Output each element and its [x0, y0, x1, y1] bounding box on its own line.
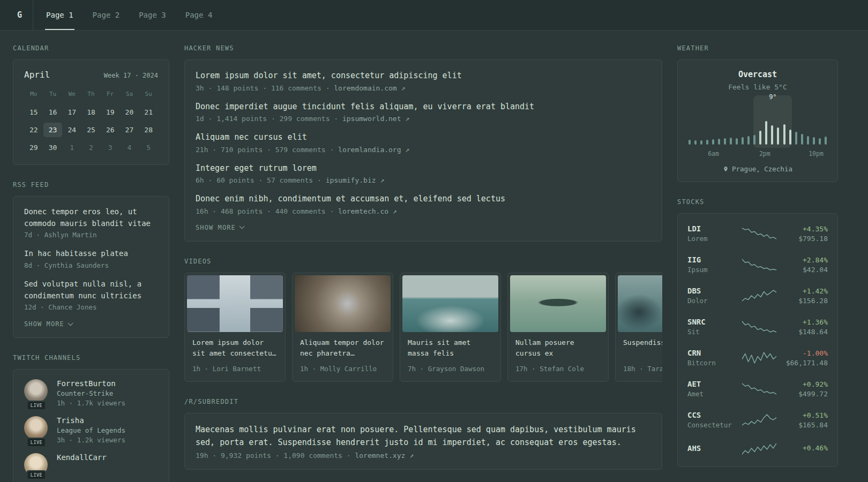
axis-label: 10pm [809, 150, 824, 157]
hn-domain-link[interactable]: ipsumify.biz ↗ [326, 176, 385, 184]
video-meta: 1h · Lori Barnett [192, 359, 278, 373]
subreddit-section-title: /R/SUBREDDIT [184, 398, 662, 405]
channel-game: League of Legends [57, 426, 125, 434]
rss-show-more-button[interactable]: SHOW MORE [24, 320, 72, 328]
tab-page-1[interactable]: Page 1 [36, 0, 83, 30]
rss-item-link[interactable]: Sed volutpat nulla nisl, a condimentum n… [24, 278, 158, 302]
hn-item: Aliquam nec cursus elit 21h · 710 points… [196, 131, 651, 154]
stock-row[interactable]: CCSConsectetur +0.51%$165.84 [687, 404, 828, 435]
dow-label: Th [81, 88, 101, 102]
hn-domain-link[interactable]: ipsumworld.net ↗ [342, 115, 409, 123]
video-thumbnail[interactable] [187, 275, 283, 332]
weather-section-title: WEATHER [677, 44, 838, 52]
calendar-card: April Week 17 · 2024 Mo Tu We Th Fr Sa S… [13, 59, 169, 165]
calendar-date-next-month: 2 [81, 140, 101, 155]
hn-item-link[interactable]: Donec imperdiet augue tincidunt felis al… [196, 101, 651, 113]
hn-item-link[interactable]: Lorem ipsum dolor sit amet, consectetur … [196, 70, 651, 82]
rss-card: Donec tempor eros leo, ut commodo mauris… [13, 196, 169, 338]
twitch-channel[interactable]: LIVE ForrestBurton Counter-Strike 1h · 1… [24, 379, 158, 407]
calendar-month: April [24, 70, 50, 80]
calendar-date: 26 [101, 123, 120, 137]
tab-page-3[interactable]: Page 3 [129, 0, 176, 30]
channel-meta: 1h · 1.7k viewers [57, 399, 125, 407]
stock-name: Lorem [687, 235, 736, 243]
video-title-link[interactable]: Lorem ipsum dolor sit amet consectetu… [192, 337, 278, 359]
subreddit-domain-link[interactable]: loremnet.xyz ↗ [355, 451, 414, 460]
hn-item-link[interactable]: Aliquam nec cursus elit [196, 131, 651, 144]
calendar-date-next-month: 3 [101, 140, 120, 155]
stock-change: +2.84% [783, 256, 828, 264]
stock-sparkline [742, 258, 776, 272]
subreddit-post: Maecenas mollis pulvinar erat non posuer… [196, 423, 651, 460]
video-title-link[interactable]: Suspendisse diam [623, 337, 662, 359]
stock-symbol-link[interactable]: CRN [687, 349, 736, 357]
rss-item: Sed volutpat nulla nisl, a condimentum n… [24, 278, 158, 311]
hacker-news-section-title: HACKER NEWS [184, 44, 662, 52]
video-meta: 18h · Tara [623, 359, 662, 373]
hn-item-link[interactable]: Donec enim nibh, condimentum et accumsan… [196, 193, 651, 205]
stock-symbol-link[interactable]: IIG [687, 255, 736, 264]
external-link-icon: ↗ [405, 115, 409, 123]
rss-item-link[interactable]: In hac habitasse platea [24, 248, 158, 260]
stock-name: Ipsum [687, 266, 736, 274]
app-logo[interactable]: G [13, 0, 33, 30]
external-link-icon: ↗ [393, 207, 397, 215]
hn-domain-link[interactable]: loremlandia.org ↗ [338, 146, 409, 154]
video-thumbnail[interactable] [618, 275, 662, 332]
hn-domain-link[interactable]: loremdomain.com ↗ [334, 84, 405, 92]
video-thumbnail[interactable] [295, 275, 391, 332]
video-thumbnail[interactable] [510, 275, 606, 332]
tab-page-4[interactable]: Page 4 [176, 0, 222, 30]
twitch-channel[interactable]: LIVE Trisha League of Legends 3h · 1.2k … [24, 416, 158, 444]
calendar-date: 25 [81, 123, 101, 137]
stock-symbol-link[interactable]: AHS [687, 444, 736, 453]
stock-symbol-link[interactable]: AET [687, 380, 736, 388]
stock-price: $66,171.48 [783, 359, 828, 367]
video-card: Mauris sit amet massa felis 7h · Grayson… [400, 273, 501, 382]
channel-name-link[interactable]: Trisha [57, 416, 125, 425]
dow-label: Su [139, 88, 158, 102]
stock-row[interactable]: IIGIpsum +2.84%$42.04 [687, 249, 828, 280]
hacker-news-card: Lorem ipsum dolor sit amet, consectetur … [184, 59, 662, 242]
stock-row[interactable]: LDILorem +4.35%$795.18 [687, 218, 828, 249]
video-title-link[interactable]: Aliquam tempor dolor nec pharetra… [300, 337, 385, 359]
hn-show-more-button[interactable]: SHOW MORE [196, 224, 244, 231]
calendar-date: 16 [43, 105, 63, 119]
calendar-date: 15 [24, 105, 43, 119]
weather-hourly-chart: 9° [689, 103, 827, 145]
stock-row[interactable]: DBSDolor +1.42%$156.28 [687, 280, 828, 311]
hn-item-meta: 16h · 468 points · 440 comments · [196, 207, 338, 215]
tab-page-2[interactable]: Page 2 [83, 0, 130, 30]
stock-symbol-link[interactable]: SNRC [687, 318, 736, 326]
weather-feels-like: Feels like 5°C [686, 83, 829, 91]
weather-axis: 6am 2pm 10pm [686, 150, 829, 159]
stock-change: +0.92% [783, 380, 828, 388]
video-thumbnail[interactable] [402, 275, 498, 332]
stock-row[interactable]: AETAmet +0.92%$499.72 [687, 373, 828, 404]
channel-name-link[interactable]: KendallCarr [57, 453, 107, 462]
twitch-channel[interactable]: LIVE KendallCarr [24, 453, 158, 477]
rss-item-meta: 7d · Ashlyn Martin [24, 231, 158, 239]
hn-domain-link[interactable]: loremtech.co ↗ [338, 207, 397, 215]
avatar [24, 416, 48, 440]
calendar-date: 17 [62, 105, 81, 119]
stock-symbol-link[interactable]: CCS [687, 411, 736, 419]
stock-row[interactable]: CRNBitcorn -1.00%$66,171.48 [687, 342, 828, 373]
stock-row[interactable]: AHS +0.46% [687, 435, 828, 462]
right-column: WEATHER Overcast Feels like 5°C 9° 6am 2… [677, 44, 838, 482]
video-title-link[interactable]: Mauris sit amet massa felis [408, 337, 493, 359]
avatar-wrap: LIVE [24, 453, 49, 477]
channel-meta: 3h · 1.2k viewers [57, 436, 125, 444]
stock-symbol-link[interactable]: DBS [687, 287, 736, 295]
calendar-date: 20 [120, 105, 139, 119]
stock-symbol-link[interactable]: LDI [687, 224, 736, 233]
channel-name-link[interactable]: ForrestBurton [57, 379, 125, 388]
stock-row[interactable]: SNRCSit +1.36%$148.64 [687, 311, 828, 342]
video-title-link[interactable]: Nullam posuere cursus ex [515, 337, 601, 359]
hn-item-meta: 1d · 1,414 points · 299 comments · [196, 115, 342, 123]
hn-item-link[interactable]: Integer eget rutrum lorem [196, 162, 651, 175]
show-more-label: SHOW MORE [24, 320, 64, 328]
subreddit-post-link[interactable]: Maecenas mollis pulvinar erat non posuer… [196, 423, 651, 450]
rss-item-link[interactable]: Donec tempor eros leo, ut commodo mauris… [24, 206, 158, 229]
subreddit-widget: /R/SUBREDDIT Maecenas mollis pulvinar er… [184, 398, 662, 470]
